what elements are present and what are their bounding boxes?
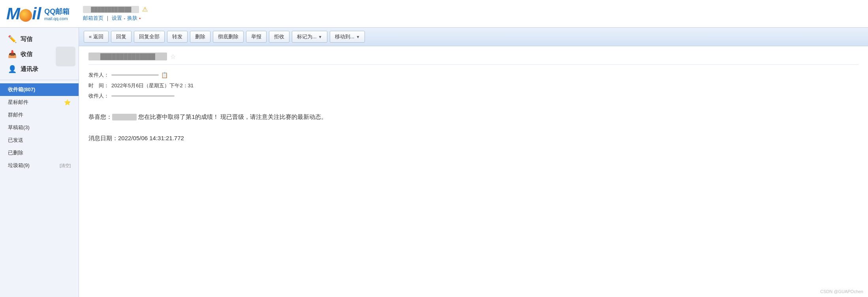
- nav-dash: -: [124, 15, 125, 21]
- sidebar-drafts-label: 草稿箱(3): [8, 124, 30, 131]
- reply-button[interactable]: 回复: [111, 31, 132, 43]
- message-date-value: 2022/05/06 14:31:21.772: [118, 135, 184, 141]
- email-meta: 发件人： 📋 时 间： 2022年5月6日（星期五）下午2：31 收件人：: [88, 70, 859, 101]
- sidebar-write-label: 写信: [21, 36, 32, 43]
- toolbar: « 返回 回复 回复全部 转发 删除 彻底删除 举报 拒收 标记为... ▼ 移…: [79, 28, 868, 46]
- forward-button[interactable]: 转发: [167, 31, 188, 43]
- sidebar-sent-label: 已发送: [8, 137, 23, 144]
- contacts-icon: 👤: [8, 65, 17, 73]
- sidebar-spam-clear[interactable]: [清空]: [60, 163, 71, 169]
- sidebar-item-inbox[interactable]: 收件箱(807): [0, 83, 79, 96]
- logo-m: M: [6, 4, 19, 23]
- header-nav: 邮箱首页 ｜ 设置 - 换肤 ●: [83, 15, 148, 22]
- sidebar-deleted-label: 已删除: [8, 149, 23, 156]
- move-to-dropdown-icon: ▼: [356, 35, 360, 39]
- inbox-home-link[interactable]: 邮箱首页: [83, 15, 103, 22]
- sidebar-item-drafts[interactable]: 草稿箱(3): [0, 121, 79, 134]
- sidebar-divider: [0, 80, 79, 80]
- time-label: 时 间：: [88, 81, 109, 91]
- starred-star-icon: ⭐: [64, 99, 71, 105]
- body-text: 您在比赛中取得了第1的成绩！ 现已晋级，请注意关注比赛的最新动态。: [137, 113, 327, 120]
- sidebar-starred-label: 星标邮件: [8, 99, 28, 106]
- email-body-paragraph: 恭喜您：At 您在比赛中取得了第1的成绩！ 现已晋级，请注意关注比赛的最新动态。: [88, 111, 859, 122]
- main-layout: ✏️ 写信 📥 收信 👤 通讯录 收件箱(807) 星标邮件 ⭐ 群邮件 草稿箱…: [0, 28, 868, 297]
- mark-as-dropdown-icon: ▼: [318, 35, 322, 39]
- sidebar-item-sent[interactable]: 已发送: [0, 134, 79, 147]
- back-button[interactable]: « 返回: [84, 31, 109, 43]
- email-subject: ██████████████: [88, 53, 167, 60]
- sidebar-avatar: [56, 47, 75, 66]
- move-to-label: 移动到...: [335, 33, 355, 40]
- skin-link[interactable]: 换肤: [127, 15, 137, 22]
- email-body: 恭喜您：At 您在比赛中取得了第1的成绩！ 现已晋级，请注意关注比赛的最新动态。…: [88, 107, 859, 147]
- sidebar-action-write[interactable]: ✏️ 写信: [0, 32, 79, 47]
- sidebar: ✏️ 写信 📥 收信 👤 通讯录 收件箱(807) 星标邮件 ⭐ 群邮件 草稿箱…: [0, 28, 79, 297]
- from-label: 发件人：: [88, 70, 109, 80]
- reject-button[interactable]: 拒收: [269, 31, 289, 43]
- move-to-button[interactable]: 移动到... ▼: [330, 31, 365, 43]
- email-view: ██████████████ ☆ 发件人： 📋 时 间： 2022年5月6日（星…: [79, 46, 868, 154]
- footer-watermark: CSDN @GUAPOchen: [820, 289, 863, 294]
- email-star-icon[interactable]: ☆: [170, 53, 176, 60]
- time-row: 时 间： 2022年5月6日（星期五）下午2：31: [88, 81, 859, 91]
- mark-as-label: 标记为...: [297, 33, 317, 40]
- header-right: ████████████ ⚠ 邮箱首页 ｜ 设置 - 换肤 ●: [83, 6, 148, 22]
- sidebar-spam-label: 垃圾箱(9): [8, 162, 30, 169]
- sidebar-item-group[interactable]: 群邮件: [0, 109, 79, 121]
- email-subject-bar: ██████████████ ☆: [88, 53, 859, 65]
- reply-all-button[interactable]: 回复全部: [134, 31, 165, 43]
- sidebar-item-starred[interactable]: 星标邮件 ⭐: [0, 96, 79, 109]
- receive-icon: 📥: [8, 50, 17, 58]
- logo-circle-icon: [19, 9, 32, 22]
- sidebar-contacts-label: 通讯录: [21, 66, 38, 73]
- logo-ail: il: [32, 4, 41, 23]
- sidebar-receive-label: 收信: [21, 51, 32, 58]
- sidebar-item-spam[interactable]: 垃圾箱(9) [清空]: [0, 159, 79, 172]
- to-row: 收件人：: [88, 91, 859, 101]
- message-date-label: 消息日期：: [88, 135, 118, 141]
- sidebar-action-receive[interactable]: 📥 收信: [0, 47, 79, 62]
- header-username: ████████████: [83, 6, 139, 13]
- alert-icon: ⚠: [142, 6, 148, 13]
- body-username: At: [112, 114, 137, 120]
- sidebar-group-label: 群邮件: [8, 111, 23, 118]
- email-message-date-row: 消息日期：2022/05/06 14:31:21.772: [88, 133, 859, 143]
- from-value: [111, 74, 159, 76]
- congrats-label: 恭喜您：: [88, 113, 112, 120]
- report-button[interactable]: 举报: [246, 31, 267, 43]
- from-icon: 📋: [161, 70, 168, 81]
- sidebar-item-deleted[interactable]: 已删除: [0, 147, 79, 159]
- delete-button[interactable]: 删除: [190, 31, 210, 43]
- delete-permanent-button[interactable]: 彻底删除: [213, 31, 244, 43]
- app-header: M il QQ邮箱 mail.qq.com ████████████ ⚠ 邮箱首…: [0, 0, 868, 28]
- settings-link[interactable]: 设置: [112, 15, 122, 22]
- mail-qq-com-label: mail.qq.com: [44, 16, 71, 21]
- to-value: [111, 95, 175, 97]
- skin-dot: ●: [139, 17, 141, 20]
- content-panel: « 返回 回复 回复全部 转发 删除 彻底删除 举报 拒收 标记为... ▼ 移…: [79, 28, 868, 297]
- from-row: 发件人： 📋: [88, 70, 859, 81]
- write-icon: ✏️: [8, 35, 17, 43]
- sidebar-inbox-label: 收件箱(807): [8, 86, 35, 93]
- logo-area: M il QQ邮箱 mail.qq.com: [6, 4, 71, 23]
- mark-as-button[interactable]: 标记为... ▼: [292, 31, 327, 43]
- header-user-bar: ████████████ ⚠: [83, 6, 148, 13]
- time-value: 2022年5月6日（星期五）下午2：31: [111, 81, 194, 91]
- qq-mailbox-label: QQ邮箱: [44, 7, 70, 16]
- to-label: 收件人：: [88, 91, 109, 101]
- nav-separator: ｜: [105, 15, 110, 22]
